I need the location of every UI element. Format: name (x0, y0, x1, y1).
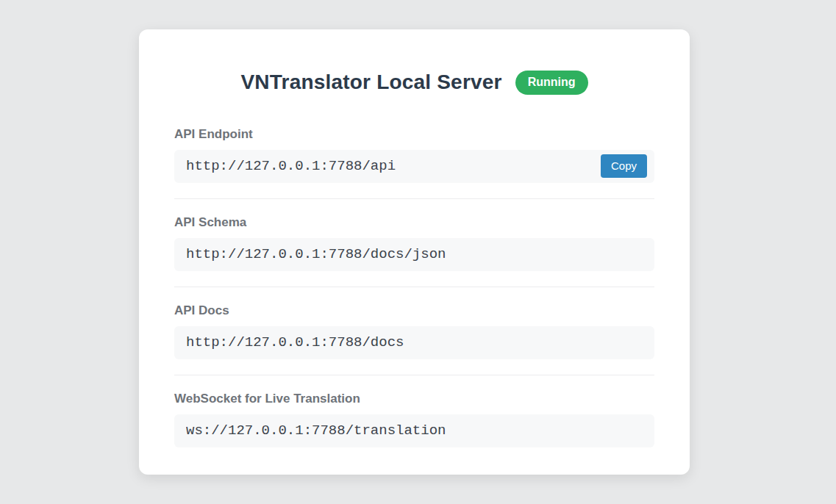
page-background: { "header": { "title": "VNTranslator Loc… (0, 0, 836, 504)
divider (174, 198, 654, 199)
section-label: API Endpoint (174, 127, 654, 142)
api-endpoint-url-box: http://127.0.0.1:7788/api Copy (174, 150, 654, 183)
api-schema-url: http://127.0.0.1:7788/docs/json (186, 246, 647, 262)
websocket-url: ws://127.0.0.1:7788/translation (186, 422, 647, 439)
divider (174, 375, 654, 375)
header: VNTranslator Local Server Running (174, 71, 654, 95)
server-status-card: VNTranslator Local Server Running API En… (139, 29, 690, 475)
api-endpoint-url: http://127.0.0.1:7788/api (186, 158, 601, 174)
api-docs-url-box: http://127.0.0.1:7788/docs (174, 326, 654, 359)
section-api-endpoint: API Endpoint http://127.0.0.1:7788/api C… (174, 127, 654, 183)
api-docs-url: http://127.0.0.1:7788/docs (186, 334, 647, 350)
api-schema-url-box: http://127.0.0.1:7788/docs/json (174, 238, 654, 271)
page-title: VNTranslator Local Server (240, 71, 501, 94)
status-badge: Running (515, 71, 588, 95)
section-websocket: WebSocket for Live Translation ws://127.… (174, 392, 654, 447)
section-label: WebSocket for Live Translation (174, 392, 654, 406)
websocket-url-box: ws://127.0.0.1:7788/translation (174, 414, 654, 447)
section-api-docs: API Docs http://127.0.0.1:7788/docs (174, 303, 654, 359)
section-api-schema: API Schema http://127.0.0.1:7788/docs/js… (174, 215, 654, 271)
section-label: API Schema (174, 215, 654, 230)
divider (174, 287, 654, 287)
section-label: API Docs (174, 303, 654, 318)
copy-button[interactable]: Copy (601, 154, 647, 179)
